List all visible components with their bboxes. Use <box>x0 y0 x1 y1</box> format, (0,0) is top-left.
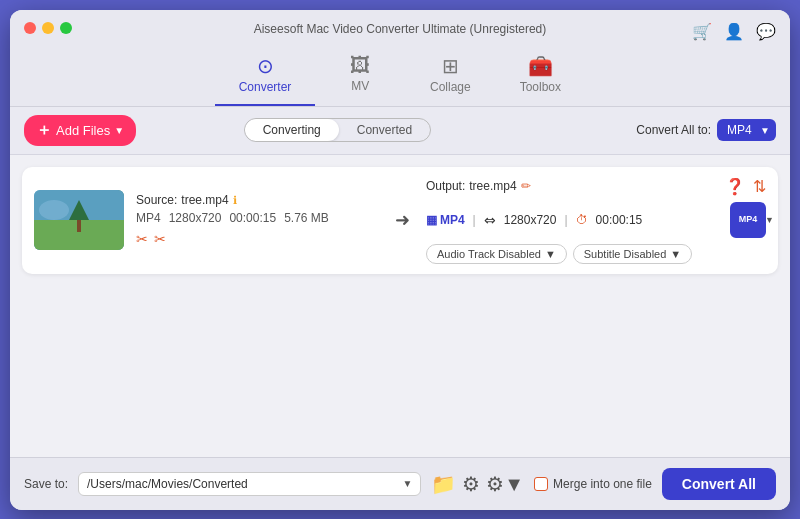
tab-toolbox[interactable]: 🧰 Toolbox <box>495 48 585 106</box>
audio-dropdown-arrow: ▼ <box>545 248 556 260</box>
title-icons: 🛒 👤 💬 <box>692 22 776 41</box>
format-icon: ▦ <box>426 213 437 227</box>
file-resolution: 1280x720 <box>169 211 222 225</box>
mv-icon: 🖼 <box>350 54 370 77</box>
output-dropdowns: Audio Track Disabled ▼ Subtitle Disabled… <box>426 244 766 264</box>
add-files-button[interactable]: ＋ Add Files ▼ <box>24 115 136 146</box>
converter-icon: ⊙ <box>257 54 274 78</box>
settings2-icon[interactable]: ⚙ <box>462 472 480 496</box>
convert-all-to: Convert All to: MP4 ▼ <box>636 119 776 141</box>
plus-icon: ＋ <box>36 120 52 141</box>
tab-collage[interactable]: ⊞ Collage <box>405 48 495 106</box>
main-window: Aiseesoft Mac Video Converter Ultimate (… <box>10 10 790 510</box>
tab-converter[interactable]: ⊙ Converter <box>215 48 316 106</box>
converting-tab[interactable]: Converting <box>245 119 339 141</box>
output-label: Output: <box>426 179 465 193</box>
save-path: /Users/mac/Movies/Converted <box>87 477 398 491</box>
help-icon[interactable]: ❓ <box>725 177 745 196</box>
cart-icon[interactable]: 🛒 <box>692 22 712 41</box>
save-to-label: Save to: <box>24 477 68 491</box>
footer: Save to: /Users/mac/Movies/Converted ▼ 📁… <box>10 457 790 510</box>
settings-icon[interactable]: ⇅ <box>753 177 766 196</box>
tab-toolbox-label: Toolbox <box>520 80 561 94</box>
collage-icon: ⊞ <box>442 54 459 78</box>
chat-icon[interactable]: 💬 <box>756 22 776 41</box>
format-select-wrapper: MP4 ▼ <box>717 119 776 141</box>
convert-all-button[interactable]: Convert All <box>662 468 776 500</box>
output-format: MP4 <box>440 213 465 227</box>
tab-collage-label: Collage <box>430 80 471 94</box>
file-thumbnail <box>34 190 124 250</box>
settings3-icon[interactable]: ⚙▼ <box>486 472 524 496</box>
subtitle-dropdown[interactable]: Subtitle Disabled ▼ <box>573 244 692 264</box>
output-resolution: 1280x720 <box>504 213 557 227</box>
file-info: Source: tree.mp4 ℹ MP4 1280x720 00:00:15… <box>136 193 379 247</box>
resize-icon: ⇔ <box>484 212 496 228</box>
toolbar: ＋ Add Files ▼ Converting Converted Conve… <box>10 107 790 155</box>
main-content: Source: tree.mp4 ℹ MP4 1280x720 00:00:15… <box>10 155 790 457</box>
audio-track-dropdown[interactable]: Audio Track Disabled ▼ <box>426 244 567 264</box>
file-meta: MP4 1280x720 00:00:15 5.76 MB <box>136 211 379 225</box>
format-select[interactable]: MP4 <box>717 119 776 141</box>
source-filename: tree.mp4 <box>181 193 228 207</box>
output-icons: ❓ ⇅ <box>725 177 766 196</box>
titlebar: Aiseesoft Mac Video Converter Ultimate (… <box>10 10 790 107</box>
audio-track-label: Audio Track Disabled <box>437 248 541 260</box>
cut-icon[interactable]: ✂ <box>154 231 166 247</box>
file-size: 5.76 MB <box>284 211 329 225</box>
save-path-wrapper: /Users/mac/Movies/Converted ▼ <box>78 472 421 496</box>
folder-icon[interactable]: 📁 <box>431 472 456 496</box>
format-thumb-label: MP4 <box>739 215 758 225</box>
file-item: Source: tree.mp4 ℹ MP4 1280x720 00:00:15… <box>22 167 778 274</box>
output-meta: ▦ MP4 | ⇔ 1280x720 | ⏱ 00:00:15 MP4 ▼ <box>426 202 766 238</box>
arrow-separator: ➜ <box>391 209 414 231</box>
format-thumb-arrow[interactable]: ▼ <box>765 215 774 225</box>
source-label: Source: <box>136 193 177 207</box>
subtitle-dropdown-arrow: ▼ <box>670 248 681 260</box>
format-thumbnail[interactable]: MP4 ▼ <box>730 202 766 238</box>
tab-bar: ⊙ Converter 🖼 MV ⊞ Collage 🧰 Toolbox <box>215 48 586 106</box>
edit-icon[interactable]: ✏ <box>521 179 531 193</box>
path-dropdown-arrow[interactable]: ▼ <box>402 478 412 489</box>
output-filename: tree.mp4 <box>469 179 516 193</box>
tab-mv-label: MV <box>351 79 369 93</box>
info-icon[interactable]: ℹ <box>233 194 237 207</box>
toolbox-icon: 🧰 <box>528 54 553 78</box>
file-format: MP4 <box>136 211 161 225</box>
merge-checkbox[interactable] <box>534 477 548 491</box>
output-duration: 00:00:15 <box>596 213 643 227</box>
tab-mv[interactable]: 🖼 MV <box>315 48 405 106</box>
output-source-row: Output: tree.mp4 ✏ <box>426 179 531 193</box>
output-format-badge: ▦ MP4 <box>426 213 465 227</box>
minimize-button[interactable] <box>42 22 54 34</box>
clip-icon[interactable]: ✂ <box>136 231 148 247</box>
thumbnail-svg <box>34 190 124 250</box>
tab-converter-label: Converter <box>239 80 292 94</box>
user-icon[interactable]: 👤 <box>724 22 744 41</box>
window-title: Aiseesoft Mac Video Converter Ultimate (… <box>254 22 547 36</box>
maximize-button[interactable] <box>60 22 72 34</box>
file-source-row: Source: tree.mp4 ℹ <box>136 193 379 207</box>
converting-tabs: Converting Converted <box>244 118 431 142</box>
clock-icon: ⏱ <box>576 213 588 227</box>
add-files-label: Add Files <box>56 123 110 138</box>
footer-icons: 📁 ⚙ ⚙▼ <box>431 472 524 496</box>
merge-label: Merge into one file <box>553 477 652 491</box>
svg-point-4 <box>39 200 69 220</box>
close-button[interactable] <box>24 22 36 34</box>
converted-tab[interactable]: Converted <box>339 119 430 141</box>
file-duration: 00:00:15 <box>229 211 276 225</box>
convert-all-to-label: Convert All to: <box>636 123 711 137</box>
merge-checkbox-wrapper[interactable]: Merge into one file <box>534 477 652 491</box>
file-actions: ✂ ✂ <box>136 231 379 247</box>
output-info: Output: tree.mp4 ✏ ❓ ⇅ ▦ MP4 | ⇔ <box>426 177 766 264</box>
traffic-lights <box>24 22 72 34</box>
subtitle-label: Subtitle Disabled <box>584 248 667 260</box>
svg-rect-3 <box>77 220 81 232</box>
add-files-arrow: ▼ <box>114 125 124 136</box>
